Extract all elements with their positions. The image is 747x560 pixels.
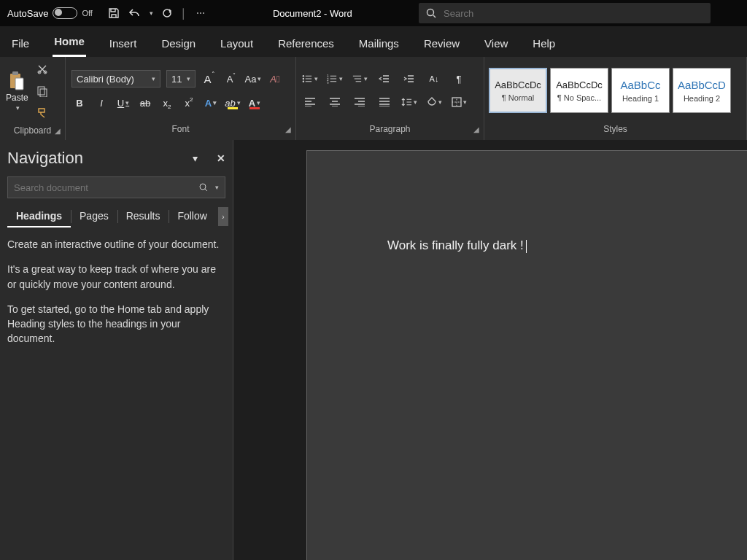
show-paragraph-marks-icon[interactable]: ¶ <box>451 71 467 87</box>
paste-button[interactable]: Paste ▾ <box>6 71 28 112</box>
tab-layout[interactable]: Layout <box>219 31 255 57</box>
autosave-state: Off <box>82 9 92 18</box>
autosave-toggle[interactable]: AutoSave Off <box>0 7 100 19</box>
font-color-icon[interactable]: A▾ <box>247 95 263 111</box>
increase-indent-icon[interactable] <box>401 71 417 87</box>
group-clipboard: Paste ▾ Clipboard◢ <box>0 57 66 140</box>
style-preview: AaBbCc <box>620 79 660 91</box>
copy-icon[interactable] <box>34 83 50 99</box>
style-no-spacing[interactable]: AaBbCcDc ¶ No Spac... <box>550 68 608 113</box>
change-case-icon[interactable]: Aa▾ <box>245 71 261 87</box>
align-center-icon[interactable] <box>327 94 343 110</box>
format-painter-icon[interactable] <box>34 105 50 121</box>
line-spacing-icon[interactable]: ▾ <box>401 94 417 110</box>
style-heading-1[interactable]: AaBbCc Heading 1 <box>611 68 670 113</box>
tab-review[interactable]: Review <box>422 31 461 57</box>
font-name-value: Calibri (Body) <box>77 74 134 85</box>
svg-rect-6 <box>38 87 44 95</box>
clipboard-icon <box>9 71 25 91</box>
nav-dropdown-icon[interactable]: ▾ <box>193 152 198 164</box>
search-bar[interactable] <box>419 3 711 23</box>
subscript-button[interactable]: x2 <box>159 95 175 111</box>
grow-font-icon[interactable]: A˄ <box>201 71 217 87</box>
numbering-icon[interactable]: 123▾ <box>327 71 343 87</box>
document-area[interactable]: Work is finally fully dark ! <box>233 140 747 560</box>
search-icon <box>426 8 436 18</box>
nav-search-dropdown-icon[interactable]: ▾ <box>215 184 219 191</box>
paragraph-dialog-launcher-icon[interactable]: ◢ <box>473 125 479 133</box>
underline-button[interactable]: U▾ <box>115 95 131 111</box>
bold-button[interactable]: B <box>71 95 88 111</box>
clear-formatting-icon[interactable]: A⃠ <box>267 71 283 87</box>
redo-icon[interactable] <box>160 7 174 20</box>
cut-icon[interactable] <box>34 61 50 77</box>
nav-close-icon[interactable]: ✕ <box>217 152 225 164</box>
group-paragraph: ▾ 123▾ ▾ A↓ ¶ ▾ ▾ ▾ P <box>296 57 484 140</box>
style-label: ¶ Normal <box>492 93 544 102</box>
decrease-indent-icon[interactable] <box>376 71 392 87</box>
sort-icon[interactable]: A↓ <box>426 71 442 87</box>
undo-icon[interactable] <box>128 7 141 20</box>
style-heading-2[interactable]: AaBbCcD Heading 2 <box>673 68 731 113</box>
tab-view[interactable]: View <box>483 31 509 57</box>
font-dialog-launcher-icon[interactable]: ◢ <box>285 125 291 133</box>
nav-tab-pages[interactable]: Pages <box>71 207 117 228</box>
multilevel-list-icon[interactable]: ▾ <box>352 71 368 87</box>
nav-tab-headings[interactable]: Headings <box>7 207 71 228</box>
bullets-icon[interactable]: ▾ <box>302 71 318 87</box>
navigation-title: Navigation <box>7 149 83 168</box>
nav-search-box[interactable]: ▾ <box>7 176 225 198</box>
title-bar: AutoSave Off ▾ │ ⋯ Document2 - Word <box>0 0 747 26</box>
paste-dropdown-icon[interactable]: ▾ <box>16 104 20 112</box>
nav-tabs: Headings Pages Results Follow › <box>7 207 225 228</box>
tab-help[interactable]: Help <box>531 31 557 57</box>
style-preview: AaBbCcD <box>678 79 726 91</box>
nav-tab-follow[interactable]: Follow <box>169 207 215 228</box>
nav-tab-results[interactable]: Results <box>117 207 169 228</box>
save-icon[interactable] <box>107 7 120 20</box>
quick-access-toolbar: ▾ │ ⋯ <box>100 7 214 20</box>
navigation-pane: Navigation ▾ ✕ ▾ Headings Pages Results … <box>0 140 233 560</box>
tab-file[interactable]: File <box>10 31 31 57</box>
svg-text:3: 3 <box>327 82 329 85</box>
tab-mailings[interactable]: Mailings <box>357 31 400 57</box>
style-normal[interactable]: AaBbCcDc ¶ Normal <box>489 68 547 113</box>
clipboard-dialog-launcher-icon[interactable]: ◢ <box>55 127 61 135</box>
italic-button[interactable]: I <box>93 95 109 111</box>
svg-point-15 <box>200 184 206 190</box>
superscript-button[interactable]: x2 <box>181 95 197 111</box>
nav-tabs-scroll-right-icon[interactable]: › <box>218 207 228 226</box>
strikethrough-button[interactable]: ab <box>137 95 153 111</box>
align-right-icon[interactable] <box>352 94 368 110</box>
document-text[interactable]: Work is finally fully dark ! <box>387 238 524 252</box>
style-preview: AaBbCcDc <box>556 79 603 90</box>
document-page[interactable]: Work is finally fully dark ! <box>306 150 747 560</box>
align-left-icon[interactable] <box>302 94 318 110</box>
tab-insert[interactable]: Insert <box>108 31 139 57</box>
shrink-font-icon[interactable]: A˅ <box>223 71 239 87</box>
ribbon-tabs: File Home Insert Design Layout Reference… <box>0 26 747 57</box>
search-icon[interactable] <box>199 183 208 192</box>
nav-search-input[interactable] <box>14 182 193 193</box>
toggle-off-icon[interactable] <box>53 7 77 19</box>
svg-rect-3 <box>15 78 23 90</box>
highlight-color-icon[interactable]: ab▾ <box>225 95 241 111</box>
undo-dropdown-icon[interactable]: ▾ <box>150 9 153 17</box>
tab-references[interactable]: References <box>276 31 336 57</box>
nav-help-text: To get started, go to the Home tab and a… <box>7 302 225 346</box>
nav-help-text: It's a great way to keep track of where … <box>7 262 225 292</box>
borders-icon[interactable]: ▾ <box>451 94 467 110</box>
font-size-combo[interactable]: 11▾ <box>166 70 196 88</box>
customize-qat-icon[interactable]: ⋯ <box>194 7 207 20</box>
font-name-combo[interactable]: Calibri (Body)▾ <box>71 70 160 88</box>
justify-icon[interactable] <box>376 94 392 110</box>
svg-point-8 <box>303 75 304 77</box>
tab-design[interactable]: Design <box>160 31 197 57</box>
text-effects-icon[interactable]: A▾ <box>203 95 219 111</box>
shading-icon[interactable]: ▾ <box>426 94 442 110</box>
search-input[interactable] <box>444 8 703 19</box>
tab-home[interactable]: Home <box>53 29 86 57</box>
svg-point-9 <box>303 78 304 79</box>
svg-rect-2 <box>12 71 18 75</box>
svg-point-0 <box>427 9 434 16</box>
